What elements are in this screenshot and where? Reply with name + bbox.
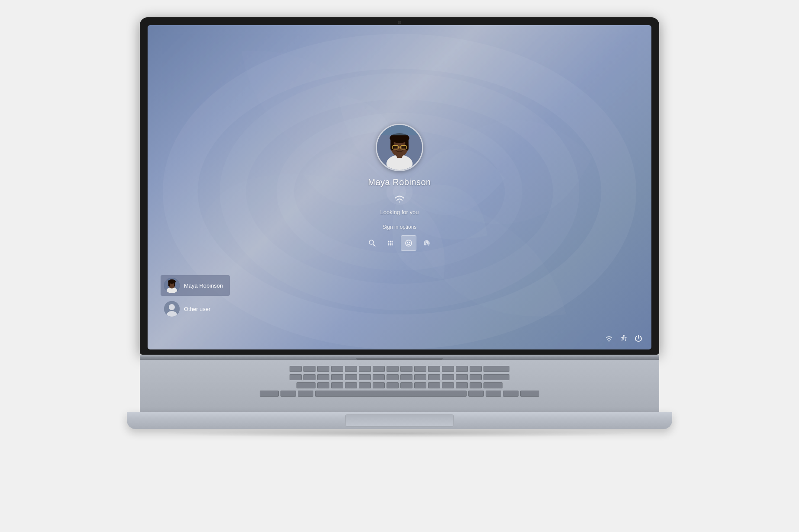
wifi-icon[interactable] xyxy=(605,334,613,343)
svg-rect-17 xyxy=(377,125,422,135)
user-list: Maya Robinson Other user xyxy=(161,275,230,319)
password-signin-button[interactable] xyxy=(364,235,380,251)
key xyxy=(359,382,371,388)
sign-in-options-label: Sign in options xyxy=(383,224,417,230)
key xyxy=(456,374,468,380)
user-item-name-other: Other user xyxy=(184,306,210,312)
key xyxy=(456,366,468,372)
user-item-other[interactable]: Other user xyxy=(161,298,230,319)
key xyxy=(303,366,316,372)
svg-point-26 xyxy=(392,243,393,244)
key xyxy=(331,374,343,380)
key xyxy=(483,374,509,380)
key xyxy=(373,374,385,380)
key xyxy=(345,374,357,380)
key xyxy=(331,382,343,388)
key xyxy=(428,382,440,388)
key xyxy=(442,366,454,372)
key xyxy=(387,374,399,380)
svg-rect-10 xyxy=(390,138,394,150)
svg-rect-37 xyxy=(168,282,170,286)
key xyxy=(317,366,329,372)
key xyxy=(456,382,468,388)
svg-point-27 xyxy=(388,244,390,246)
user-name: Maya Robinson xyxy=(368,177,431,187)
key xyxy=(387,366,399,372)
key xyxy=(260,391,279,397)
pin-signin-button[interactable] xyxy=(383,235,398,251)
key xyxy=(428,374,440,380)
key xyxy=(503,391,519,397)
trackpad[interactable] xyxy=(345,414,454,426)
screen-bezel: Maya Robinson Looking for you Sign in op… xyxy=(140,17,659,355)
keyboard-area xyxy=(140,360,659,412)
key xyxy=(486,391,501,397)
user-item-name-maya: Maya Robinson xyxy=(184,282,223,289)
key-row-3 xyxy=(296,382,503,388)
user-item-avatar-maya xyxy=(164,278,180,293)
key xyxy=(470,374,482,380)
user-item-avatar-other xyxy=(164,301,180,317)
key xyxy=(387,382,399,388)
key xyxy=(345,366,357,372)
svg-point-43 xyxy=(623,335,625,337)
fingerprint-signin-button[interactable] xyxy=(419,235,435,251)
svg-point-29 xyxy=(392,244,393,246)
key xyxy=(345,382,357,388)
svg-point-21 xyxy=(388,241,390,242)
key xyxy=(359,374,371,380)
face-signin-button[interactable] xyxy=(401,235,416,251)
key xyxy=(483,382,503,388)
svg-point-16 xyxy=(402,146,406,148)
key-row-2 xyxy=(290,374,509,380)
key xyxy=(280,391,296,397)
svg-point-31 xyxy=(407,242,408,244)
looking-for-you-text: Looking for you xyxy=(380,209,419,215)
key xyxy=(359,366,371,372)
key xyxy=(331,366,343,372)
system-icons xyxy=(605,334,643,343)
svg-point-28 xyxy=(390,244,391,246)
key xyxy=(373,382,385,388)
user-item-maya[interactable]: Maya Robinson xyxy=(161,275,230,296)
key xyxy=(470,366,482,372)
keyboard-rows xyxy=(260,366,539,397)
camera xyxy=(398,21,401,24)
sign-in-methods xyxy=(364,235,435,251)
svg-rect-38 xyxy=(174,282,175,286)
key xyxy=(290,366,302,372)
key xyxy=(442,382,454,388)
login-panel: Maya Robinson Looking for you Sign in op… xyxy=(364,124,435,251)
key xyxy=(428,366,440,372)
avatar xyxy=(376,124,423,171)
key xyxy=(414,382,426,388)
svg-point-24 xyxy=(388,243,390,244)
power-icon[interactable] xyxy=(634,334,643,343)
key xyxy=(317,382,329,388)
laptop-wrapper: Maya Robinson Looking for you Sign in op… xyxy=(118,17,681,515)
key xyxy=(442,374,454,380)
key xyxy=(400,366,412,372)
key-row-space xyxy=(260,391,539,397)
windows-hello-icon xyxy=(393,194,406,205)
key xyxy=(470,382,482,388)
svg-point-42 xyxy=(609,340,610,342)
svg-point-40 xyxy=(169,304,175,310)
key xyxy=(414,374,426,380)
key xyxy=(520,391,539,397)
key xyxy=(303,374,316,380)
key xyxy=(296,382,316,388)
key-row-fn xyxy=(290,366,509,372)
key xyxy=(373,366,385,372)
svg-point-32 xyxy=(409,242,410,244)
lock-screen: Maya Robinson Looking for you Sign in op… xyxy=(148,25,651,349)
key xyxy=(483,366,509,372)
svg-point-25 xyxy=(390,243,391,244)
key xyxy=(468,391,484,397)
key xyxy=(317,374,329,380)
svg-point-30 xyxy=(406,240,412,246)
key xyxy=(400,374,412,380)
svg-point-15 xyxy=(394,146,397,148)
accessibility-icon[interactable] xyxy=(619,334,628,343)
key xyxy=(290,374,302,380)
